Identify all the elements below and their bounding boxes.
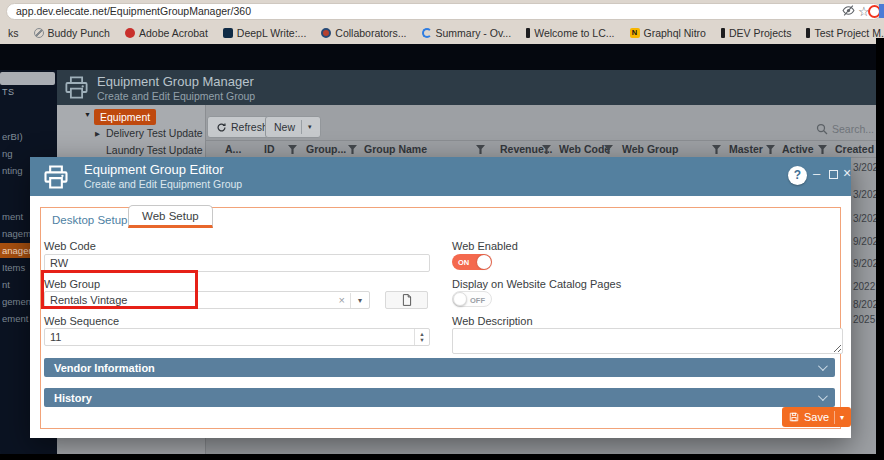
tab-web-setup[interactable]: Web Setup: [128, 205, 213, 228]
bookmark-item[interactable]: NGraphql Nitro: [630, 27, 706, 39]
search-icon: [816, 123, 828, 135]
chevron-down-icon[interactable]: ▾: [840, 413, 844, 422]
sidebar-item[interactable]: erBI): [2, 131, 23, 142]
dialog-subtitle: Create and Edit Equipment Group: [84, 178, 242, 190]
clear-icon[interactable]: ×: [334, 294, 350, 306]
sidebar-top-label: TS: [2, 87, 15, 97]
bookmark-item[interactable]: Summary - Ov...: [422, 27, 512, 39]
button-divider: [834, 411, 835, 424]
frame-border-right: [876, 38, 884, 460]
sidebar-logo-block: [0, 72, 55, 85]
step-down-icon[interactable]: ▼: [419, 337, 424, 343]
favicon-buddy-punch: [34, 28, 44, 38]
save-button[interactable]: Save ▾: [782, 407, 851, 427]
number-stepper[interactable]: ▲▼: [414, 329, 429, 345]
bookmark-item[interactable]: DEV Projects: [721, 27, 791, 39]
bookmark-item[interactable]: Collaborators...: [321, 27, 406, 39]
bookmarks-bar: ks Buddy Punch Adobe Acrobat DeepL Write…: [0, 22, 884, 44]
sidebar-item[interactable]: ng: [2, 148, 13, 159]
new-group-button[interactable]: [385, 291, 428, 309]
bookmark-item[interactable]: Welcome to LC...: [526, 27, 614, 39]
web-enabled-toggle[interactable]: ON: [452, 254, 492, 270]
page-header: Equipment Group Manager Create and Edit …: [57, 70, 878, 105]
chevron-down-icon: [818, 361, 828, 371]
profile-avatar[interactable]: [879, 4, 884, 18]
maximize-button[interactable]: [829, 170, 838, 179]
section-label: Vendor Information: [54, 362, 155, 374]
help-button[interactable]: ?: [788, 166, 807, 185]
web-description-label: Web Description: [452, 315, 533, 327]
app-top-bar: ⇥: [0, 44, 884, 70]
column-header[interactable]: Master: [729, 143, 763, 155]
favicon-dev-projects: [721, 28, 725, 38]
favicon-summary: [422, 28, 432, 38]
chevron-down-icon: [818, 391, 828, 401]
favicon-graphql-nitro: N: [630, 28, 640, 38]
tree-node-equipment[interactable]: Equipment: [94, 109, 156, 125]
column-header[interactable]: A...: [225, 143, 241, 155]
refresh-icon: [216, 122, 227, 133]
bookmark-item[interactable]: Buddy Punch: [34, 27, 110, 39]
web-sequence-input[interactable]: [44, 328, 430, 346]
bookmark-item[interactable]: Adobe Acrobat: [125, 27, 208, 39]
toggle-knob: [453, 292, 467, 306]
display-catalog-toggle[interactable]: OFF: [452, 291, 492, 307]
favicon-welcome: [526, 28, 530, 38]
close-button[interactable]: ×: [843, 165, 851, 181]
column-header[interactable]: Active: [782, 143, 814, 155]
display-catalog-label: Display on Website Catalog Pages: [452, 278, 621, 290]
web-description-textarea[interactable]: [452, 328, 843, 354]
chevron-down-icon[interactable]: ▾: [350, 293, 369, 308]
sidebar-item[interactable]: Items: [2, 262, 25, 273]
toggle-state-text: ON: [458, 258, 469, 267]
column-header[interactable]: Group...: [306, 143, 346, 155]
dialog-header[interactable]: Equipment Group Editor Create and Edit E…: [30, 157, 851, 196]
column-header[interactable]: Created: [835, 143, 874, 155]
sidebar-item[interactable]: ement: [2, 313, 28, 324]
tab-desktop-setup[interactable]: Desktop Setup: [52, 214, 127, 226]
column-header[interactable]: ID: [264, 143, 275, 155]
printer-icon: [63, 74, 90, 101]
column-header[interactable]: Revenue...: [500, 143, 553, 155]
cookie-blocked-icon[interactable]: [842, 4, 855, 17]
bookmark-item[interactable]: DeepL Write:...: [223, 27, 306, 39]
web-code-label: Web Code: [44, 240, 96, 252]
new-button[interactable]: New ▾: [265, 116, 321, 138]
minimize-button[interactable]: –: [813, 166, 820, 181]
save-label: Save: [804, 411, 829, 423]
web-sequence-label: Web Sequence: [44, 315, 119, 327]
favicon-test-project: [806, 28, 810, 38]
section-vendor-information[interactable]: Vendor Information: [44, 358, 835, 377]
tree-expand-icon[interactable]: ▶: [95, 130, 100, 138]
tree-node[interactable]: Laundry Test Update: [106, 144, 203, 156]
printer-icon: [42, 163, 70, 191]
favicon-collaborators: [321, 28, 331, 38]
annotation-highlight-box: [41, 270, 198, 309]
sidebar-item[interactable]: gement: [2, 296, 34, 307]
favicon-deepl: [223, 28, 233, 38]
section-history[interactable]: History: [44, 388, 835, 407]
toggle-state-text: OFF: [470, 296, 485, 305]
sidebar-item[interactable]: nting: [2, 165, 23, 176]
sidebar-item[interactable]: ment: [2, 211, 23, 222]
column-header[interactable]: Web Group: [622, 143, 678, 155]
dialog-title: Equipment Group Editor: [84, 162, 223, 177]
column-header[interactable]: Web Code: [559, 143, 610, 155]
document-icon: [402, 294, 412, 306]
column-header[interactable]: Group Name: [364, 143, 427, 155]
page-title: Equipment Group Manager: [97, 74, 254, 89]
bookmark-item[interactable]: ks: [8, 27, 19, 39]
search-input[interactable]: [830, 120, 876, 138]
url-text[interactable]: app.dev.elecate.net/EquipmentGroupManage…: [16, 5, 251, 17]
tree-node[interactable]: Delivery Test Update: [106, 127, 203, 139]
bookmark-item[interactable]: Test Project M...: [806, 27, 884, 39]
section-label: History: [54, 392, 92, 404]
sidebar-item[interactable]: nt: [2, 279, 10, 290]
favicon-adobe-acrobat: [125, 28, 135, 38]
chevron-down-icon: ▾: [308, 123, 312, 131]
button-divider: [301, 120, 302, 134]
toggle-knob: [477, 255, 491, 269]
tree-collapse-icon[interactable]: ▼: [84, 111, 91, 118]
web-enabled-label: Web Enabled: [452, 240, 518, 252]
save-icon: [789, 412, 799, 422]
